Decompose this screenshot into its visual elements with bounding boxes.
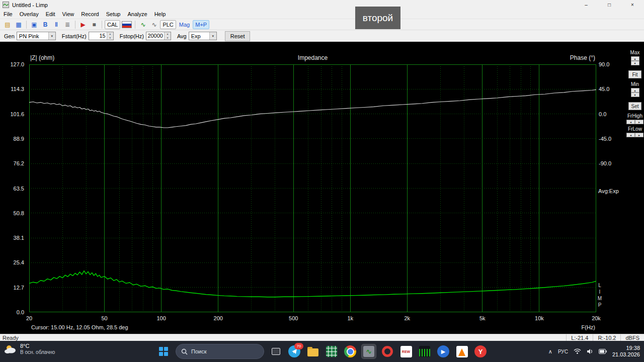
max-decrease-button[interactable]: ▾ [631, 61, 639, 65]
folder-icon [307, 348, 318, 356]
opera-button[interactable] [380, 344, 394, 358]
title-bar: Untitled - Limp – □ × [0, 0, 644, 10]
rew-button[interactable]: REW [399, 344, 413, 358]
wifi-icon[interactable] [574, 348, 581, 354]
telegram-button[interactable]: 70 [287, 344, 301, 358]
volume-icon[interactable] [587, 348, 593, 354]
x-axis-tick-labels: 20501002005001k2k5k10k20k [29, 315, 596, 322]
menu-item-file[interactable]: File [0, 10, 16, 19]
generator-type-value: PN Pink [17, 33, 48, 39]
menu-item-record[interactable]: Record [77, 10, 102, 19]
weather-temp: 8°C [20, 343, 55, 349]
min-decrease-button[interactable]: ▾ [631, 93, 639, 97]
minimize-button[interactable]: – [575, 0, 598, 10]
reset-button[interactable]: Reset [225, 31, 251, 41]
task-view-button[interactable] [269, 344, 283, 358]
x-tick-label: 500 [289, 315, 298, 321]
x-tick-label: 50 [101, 315, 107, 321]
language-indicator[interactable]: РУС [558, 349, 568, 354]
limp-watermark: L I M P [597, 282, 603, 308]
plc-button[interactable]: PLC [160, 20, 176, 29]
spreadsheet-button[interactable] [325, 344, 339, 358]
fit-button[interactable]: Fit [628, 70, 641, 78]
generator-type-select[interactable]: PN Pink ▾ [17, 32, 56, 40]
app-icon [3, 2, 9, 8]
impedance-plot[interactable] [29, 64, 596, 312]
menu-item-analyze[interactable]: Analyze [124, 10, 150, 19]
menu-item-setup[interactable]: Setup [103, 10, 124, 19]
y-tick-label-left: 88.9 [14, 136, 24, 142]
level-units: dBFS [620, 334, 644, 341]
fstop-increment-button[interactable]: ▴ [165, 32, 171, 36]
clock[interactable]: 19:38 21.03.2026 [612, 345, 640, 358]
max-increase-button[interactable]: ▴ [631, 56, 639, 61]
menu-item-edit[interactable]: Edit [42, 10, 59, 19]
signal-generator-button[interactable]: ∿ [149, 20, 159, 29]
taskbar-search[interactable]: Поиск [176, 344, 264, 359]
menu-item-help[interactable]: Help [151, 10, 170, 19]
x-tick-label: 10k [535, 315, 544, 321]
save-file-button[interactable]: ▦ [14, 20, 24, 29]
y-tick-label-right: -45.0 [599, 136, 611, 142]
menu-item-view[interactable]: View [59, 10, 78, 19]
averaging-select[interactable]: Exp ▾ [189, 32, 217, 40]
copy-button[interactable]: ▣ [29, 20, 39, 29]
battery-icon[interactable] [599, 349, 607, 354]
x-tick-label: 200 [214, 315, 223, 321]
frlow-decrease-button[interactable]: ◂ [626, 133, 635, 137]
search-icon [181, 348, 188, 355]
y-tick-label-left: 38.1 [14, 235, 24, 241]
vlc-button[interactable] [455, 344, 469, 358]
record-start-button[interactable]: ▶ [78, 20, 88, 29]
menu-item-overlay[interactable]: Overlay [16, 10, 42, 19]
right-channel-level: R:-10.2 [593, 334, 620, 341]
pause-button[interactable]: ‖ [51, 20, 61, 29]
limp-taskbar-button[interactable]: ∿ [362, 344, 376, 358]
max-label: Max [630, 50, 640, 55]
magnitude-phase-view-button[interactable]: M+P [193, 20, 209, 29]
frlow-increase-button[interactable]: ▸ [635, 133, 643, 137]
magnitude-view-button[interactable]: Mag [177, 20, 192, 29]
weather-widget[interactable]: 8°C В осн. облачно [4, 343, 55, 355]
notification-badge: 70 [294, 343, 303, 349]
close-button[interactable]: × [621, 0, 644, 10]
language-flag-icon[interactable] [121, 20, 132, 29]
chrome-button[interactable] [343, 344, 357, 358]
spectrum-analyzer-button[interactable] [418, 344, 432, 358]
right-axis-title: Phase (°) [570, 54, 595, 61]
fstart-input[interactable]: 15 ▴ ▾ [89, 32, 114, 40]
edit-button[interactable]: B [40, 20, 50, 29]
plot-client-area: |Z| (ohm) Impedance Phase (°) 127.0114.3… [0, 42, 644, 334]
table-view-button[interactable]: ≣ [62, 20, 72, 29]
yandex-button[interactable]: Y [473, 344, 488, 358]
windows-logo-icon [159, 347, 169, 356]
fstop-decrement-button[interactable]: ▾ [165, 36, 171, 40]
y-tick-label-right: 90.0 [599, 61, 609, 67]
fstop-input[interactable]: 20000 ▴ ▾ [146, 32, 171, 40]
frhigh-increase-button[interactable]: ▸ [635, 120, 643, 124]
frhigh-decrease-button[interactable]: ◂ [626, 120, 635, 124]
record-stop-button[interactable]: ■ [89, 20, 99, 29]
open-file-button[interactable]: ▤ [3, 20, 13, 29]
russian-flag-icon [122, 21, 132, 28]
calibrate-button[interactable]: CAL [105, 20, 120, 29]
fstart-decrement-button[interactable]: ▾ [107, 36, 113, 40]
maximize-button[interactable]: □ [598, 0, 621, 10]
min-increase-button[interactable]: ▴ [631, 88, 639, 93]
x-tick-label: 5k [479, 315, 486, 321]
toolbar-separator [135, 21, 135, 29]
set-button[interactable]: Set [628, 102, 641, 110]
frequency-response-button[interactable]: ∿ [138, 20, 148, 29]
rew-icon: REW [400, 346, 412, 357]
chevron-down-icon[interactable]: ▾ [209, 32, 216, 40]
toolbar-separator [102, 21, 102, 29]
fstart-increment-button[interactable]: ▴ [107, 32, 113, 36]
frlow-label: FrLow [628, 126, 642, 132]
chevron-down-icon[interactable]: ▾ [48, 32, 55, 40]
file-explorer-button[interactable] [306, 344, 320, 358]
tray-expand-icon[interactable]: ∧ [548, 348, 552, 355]
tray-date: 21.03.2026 [612, 351, 640, 358]
plot-canvas[interactable] [29, 64, 596, 312]
media-player-button[interactable]: ▶ [436, 344, 450, 358]
start-button[interactable] [156, 344, 171, 359]
